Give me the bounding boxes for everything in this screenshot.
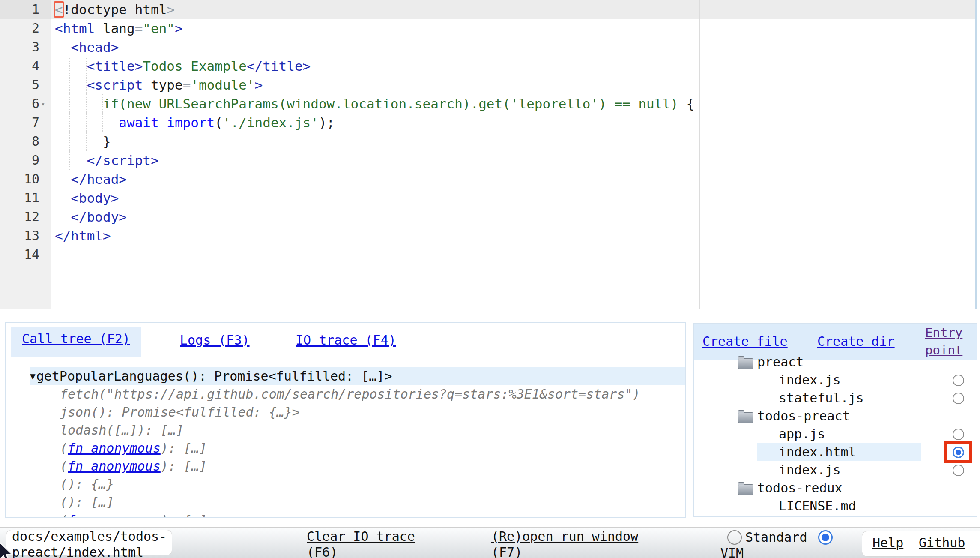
code-token: </html> bbox=[55, 228, 111, 243]
code-token bbox=[55, 171, 71, 187]
line-number: 12 bbox=[0, 207, 39, 226]
code-token: lang bbox=[95, 21, 134, 36]
entry-point-radio[interactable] bbox=[953, 447, 964, 458]
fn-anonymous-link[interactable]: fn anonymous bbox=[68, 459, 161, 474]
line-number: 6 bbox=[0, 94, 39, 113]
code-line[interactable]: </body> bbox=[51, 207, 975, 226]
code-line[interactable]: <title>Todos Example</title> bbox=[51, 57, 975, 75]
call-tree-row[interactable]: ▼getPopularLanguages(): Promise<fulfille… bbox=[30, 367, 685, 385]
code-line[interactable]: </head> bbox=[51, 170, 975, 189]
code-token: <html bbox=[55, 21, 95, 36]
code-token: if(new URLSearchParams(window.location.s… bbox=[103, 96, 678, 111]
call-tree-row[interactable]: json(): Promise<fulfilled: {…}> bbox=[60, 403, 300, 421]
mouse-cursor-icon bbox=[0, 541, 15, 558]
line-number: 8 bbox=[0, 132, 39, 151]
help-link[interactable]: Help bbox=[872, 535, 903, 551]
code-token: = bbox=[183, 77, 191, 93]
call-tree-row[interactable]: (fn anonymous): […] bbox=[60, 457, 207, 475]
folder-name[interactable]: todos-redux bbox=[757, 479, 843, 497]
code-token bbox=[55, 58, 87, 74]
code-line[interactable]: </script> bbox=[51, 151, 975, 170]
entry-point-radio[interactable] bbox=[953, 465, 964, 476]
call-tree-row-label: ( bbox=[60, 459, 68, 474]
entry-point-radio[interactable] bbox=[953, 429, 964, 440]
call-tree-row[interactable]: fetch("https://api.github.com/search/rep… bbox=[60, 385, 640, 403]
create-dir-button[interactable]: Create dir bbox=[817, 334, 895, 349]
line-number: 10 bbox=[0, 170, 39, 189]
fn-anonymous-link[interactable]: fn anonymous bbox=[68, 441, 161, 456]
tab-io-trace-link[interactable]: IO trace (F4) bbox=[296, 333, 396, 348]
entry-point-radio[interactable] bbox=[953, 393, 964, 404]
entry-point-radio[interactable] bbox=[953, 375, 964, 386]
code-token: <script bbox=[87, 77, 143, 93]
github-link[interactable]: Github bbox=[919, 535, 965, 551]
code-token: </body> bbox=[71, 209, 127, 225]
file-panel-header: Create file Create dir Entry point bbox=[694, 324, 977, 360]
line-number: 1 bbox=[0, 0, 39, 19]
folder-name[interactable]: preact bbox=[757, 353, 804, 371]
code-token bbox=[55, 77, 87, 93]
code-token: <body> bbox=[71, 190, 119, 206]
code-line[interactable]: <html lang="en"> bbox=[51, 19, 975, 38]
file-name[interactable]: index.js bbox=[779, 461, 841, 479]
call-tree-row-label: json(): Promise<fulfilled: {…}> bbox=[60, 405, 300, 420]
call-tree-row[interactable]: lodash([…]): […] bbox=[60, 421, 184, 439]
file-name[interactable]: LICENSE.md bbox=[779, 497, 856, 515]
line-number: 11 bbox=[0, 189, 39, 207]
line-number: 7 bbox=[0, 113, 39, 132]
reopen-run-window-button[interactable]: (Re)open run window (F7) bbox=[491, 528, 642, 558]
fold-arrow-icon[interactable]: ▾ bbox=[41, 94, 50, 113]
keybindings-standard-label[interactable]: Standard bbox=[745, 529, 807, 545]
call-tree-panel: Call tree (F2)Logs (F3)IO trace (F4) ▼ge… bbox=[5, 322, 686, 518]
line-number: 4 bbox=[0, 57, 39, 75]
code-line[interactable] bbox=[51, 245, 975, 264]
call-tree-row-label: lodash([…]): […] bbox=[60, 423, 184, 438]
call-tree-row-label: ( bbox=[60, 441, 68, 456]
code-line[interactable]: <script type='module'> bbox=[51, 75, 975, 94]
code-token bbox=[55, 96, 103, 111]
code-token: ( bbox=[215, 115, 223, 130]
file-name[interactable]: app.js bbox=[779, 425, 825, 443]
code-editor[interactable]: 1<!doctype html>2<html lang="en">3 <head… bbox=[0, 0, 977, 309]
clear-io-trace-button[interactable]: Clear IO trace (F6) bbox=[307, 528, 422, 558]
call-tree-row[interactable]: (): […] bbox=[60, 493, 114, 511]
call-tree-row-label: ( bbox=[60, 513, 68, 518]
folder-icon bbox=[738, 484, 753, 495]
code-line[interactable]: } bbox=[51, 132, 975, 151]
call-tree-row-label: getPopularLanguages(): Promise<fulfilled… bbox=[36, 369, 392, 384]
text-cursor: < bbox=[55, 0, 63, 19]
file-name[interactable]: index.js bbox=[779, 371, 841, 389]
keybindings-standard-radio[interactable] bbox=[727, 530, 742, 545]
call-tree-row-label: ): […] bbox=[161, 459, 207, 474]
code-token: type bbox=[143, 77, 182, 93]
file-panel: Create file Create dir Entry point preac… bbox=[693, 323, 977, 517]
call-tree-row[interactable]: (): {…} bbox=[60, 475, 114, 493]
tab-call-tree-link[interactable]: Call tree (F2) bbox=[22, 331, 130, 346]
call-tree-row-label: ): […] bbox=[161, 441, 207, 456]
call-tree-row[interactable]: (fn anonymous): […] bbox=[60, 439, 207, 457]
create-file-button[interactable]: Create file bbox=[702, 334, 788, 349]
folder-name[interactable]: todos-preact bbox=[757, 407, 850, 425]
code-line[interactable]: <!doctype html> bbox=[51, 0, 975, 19]
code-line[interactable]: <body> bbox=[51, 189, 975, 207]
code-line[interactable]: await import('./index.js'); bbox=[51, 113, 975, 132]
call-tree-row-label: ): […] bbox=[161, 513, 207, 518]
call-tree-row-label: (): {…} bbox=[60, 477, 114, 492]
code-token bbox=[55, 209, 71, 225]
tab-logs-link[interactable]: Logs (F3) bbox=[180, 333, 250, 348]
keybindings-vim-radio[interactable] bbox=[818, 530, 833, 545]
fn-anonymous-link[interactable]: fn anonymous bbox=[68, 513, 161, 518]
code-line[interactable]: <head> bbox=[51, 38, 975, 57]
file-name[interactable]: index.html bbox=[779, 443, 856, 461]
entry-point-link[interactable]: Entry point bbox=[925, 324, 973, 359]
line-number: 13 bbox=[0, 226, 39, 245]
status-bar: docs/examples/todos-preact/index.html Cl… bbox=[0, 527, 980, 558]
expand-arrow-icon[interactable]: ▼ bbox=[30, 367, 36, 385]
tab-active-background: Call tree (F2) bbox=[11, 327, 141, 357]
keybindings-vim-label[interactable]: VIM bbox=[720, 545, 744, 558]
code-line[interactable]: </html> bbox=[51, 226, 975, 245]
code-line[interactable]: if(new URLSearchParams(window.location.s… bbox=[51, 94, 975, 113]
code-token: "en" bbox=[143, 21, 175, 36]
call-tree-row[interactable]: (fn anonymous): […] bbox=[60, 511, 207, 518]
file-name[interactable]: stateful.js bbox=[779, 389, 864, 407]
